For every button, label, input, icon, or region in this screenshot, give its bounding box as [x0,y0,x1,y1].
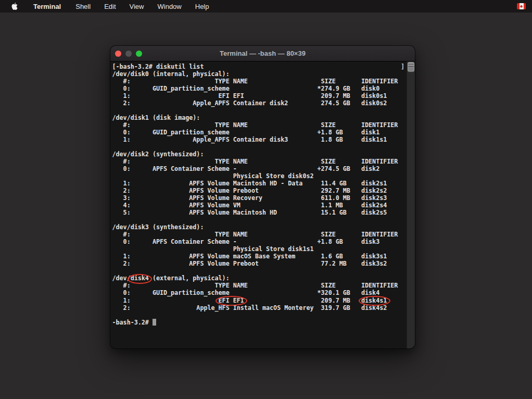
terminal-output: [-bash-3.2# diskutil list/dev/disk0 (int… [112,63,398,326]
terminal-line: Physical Store disk1s1 [112,245,398,253]
terminal-line: 0: GUID_partition_scheme *320.1 GB disk4 [112,289,398,296]
terminal-line: 1: EFI EFI 209.7 MB disk4s1 [112,297,398,304]
menu-item-view[interactable]: View [123,3,151,10]
terminal-line [112,107,398,114]
terminal-line: 2: APFS Volume Preboot 77.2 MB disk3s2 [112,260,398,267]
terminal-line: 2: Apple_APFS Container disk2 274.5 GB d… [112,99,398,107]
terminal-line: 0: GUID_partition_scheme +1.8 GB disk1 [112,129,398,136]
terminal-line [112,143,398,151]
terminal-line: /dev/disk2 (synthesized): [112,151,398,158]
terminal-line: 1: EFI EFI 209.7 MB disk0s1 [112,92,398,99]
input-source-canada-flag-icon[interactable] [517,3,526,9]
terminal-line: [-bash-3.2# diskutil list [112,63,398,70]
desktop: { "menu_bar": { "apple_icon": "apple-log… [0,0,532,399]
terminal-line: #: TYPE NAME SIZE IDENTIFIER [112,282,398,289]
zoom-button[interactable] [136,51,142,57]
terminal-line [112,267,398,275]
apple-logo-icon [10,2,18,11]
shell-prompt[interactable]: -bash-3.2# [112,319,398,326]
terminal-line: 1: APFS Volume macOS Base System 1.6 GB … [112,253,398,260]
menu-item-shell[interactable]: Shell [69,3,97,10]
terminal-line: 2: APFS Volume Preboot 292.7 MB disk2s2 [112,187,398,194]
menu-item-window[interactable]: Window [151,3,188,10]
terminal-line: 0: GUID_partition_scheme *274.9 GB disk0 [112,85,398,92]
terminal-line: #: TYPE NAME SIZE IDENTIFIER [112,158,398,165]
terminal-mark-close: ] [401,63,404,70]
minimize-button[interactable] [125,51,132,57]
close-button[interactable] [115,51,121,57]
terminal-line [112,216,398,223]
terminal-line: 4: APFS Volume VM 1.1 MB disk2s4 [112,202,398,209]
window-title: Terminal — -bash — 80×39 [220,49,306,57]
terminal-line: 1: Apple_APFS Container disk3 1.8 GB dis… [112,136,398,143]
apple-menu[interactable] [0,2,26,11]
terminal-content[interactable]: [-bash-3.2# diskutil list/dev/disk0 (int… [110,61,415,348]
menu-item-help[interactable]: Help [188,3,216,10]
terminal-line: 3: APFS Volume Recovery 611.0 MB disk2s3 [112,194,398,202]
terminal-line: #: TYPE NAME SIZE IDENTIFIER [112,121,398,129]
terminal-line: Physical Store disk0s2 [112,172,398,180]
window-titlebar[interactable]: Terminal — -bash — 80×39 [110,46,415,61]
terminal-line: /dev/disk3 (synthesized): [112,223,398,231]
menu-app-name[interactable]: Terminal [26,3,69,10]
terminal-line: 5: APFS Volume Macintosh HD 15.1 GB disk… [112,209,398,216]
terminal-line: 1: APFS Volume Macintosh HD - Data 11.4 … [112,180,398,187]
prompt-text: -bash-3.2# [112,319,153,326]
terminal-window: Terminal — -bash — 80×39 [-bash-3.2# dis… [110,46,415,348]
terminal-cursor [153,319,156,326]
terminal-line: 0: APFS Container Scheme - +1.8 GB disk3 [112,238,398,245]
scrollbar[interactable] [407,61,415,348]
menu-item-edit[interactable]: Edit [97,3,122,10]
terminal-line: 2: Apple_HFS Install macOS Monterey 319.… [112,304,398,311]
terminal-line: #: TYPE NAME SIZE IDENTIFIER [112,231,398,238]
terminal-line: #: TYPE NAME SIZE IDENTIFIER [112,78,398,85]
terminal-line: /dev/disk1 (disk image): [112,114,398,121]
terminal-line: /dev/disk4 (external, physical): [112,275,398,282]
scrollbar-thumb[interactable] [408,62,414,72]
terminal-line: /dev/disk0 (internal, physical): [112,70,398,78]
terminal-line [112,311,398,319]
menu-bar: Terminal Shell Edit View Window Help [0,0,532,13]
terminal-line: 0: APFS Container Scheme - +274.5 GB dis… [112,165,398,172]
